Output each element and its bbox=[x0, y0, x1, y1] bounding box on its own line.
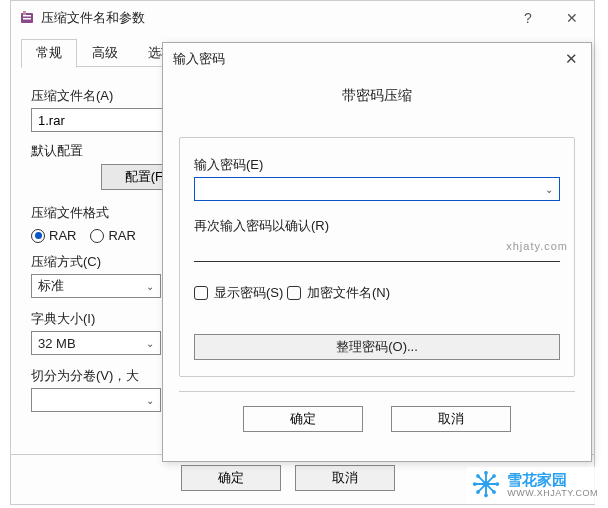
organize-passwords-button[interactable]: 整理密码(O)... bbox=[194, 334, 560, 360]
pwd-titlebar: 输入密码 ✕ bbox=[163, 43, 591, 75]
password-dialog: 输入密码 ✕ 带密码压缩 输入密码(E) ⌄ 再次输入密码以确认(R) 显示密码… bbox=[162, 42, 592, 462]
title-text: 压缩文件名和参数 bbox=[41, 9, 145, 27]
chevron-down-icon: ⌄ bbox=[146, 281, 154, 292]
svg-rect-2 bbox=[23, 15, 31, 17]
chevron-down-icon: ⌄ bbox=[146, 338, 154, 349]
close-button[interactable]: ✕ bbox=[550, 3, 594, 33]
watermark-mid: xhjaty.com bbox=[506, 240, 568, 252]
checkbox-icon bbox=[194, 286, 208, 300]
help-button[interactable]: ? bbox=[506, 3, 550, 33]
enter-pwd-label: 输入密码(E) bbox=[194, 156, 560, 174]
svg-point-16 bbox=[476, 490, 480, 494]
svg-point-15 bbox=[492, 474, 496, 478]
radio-icon bbox=[31, 229, 45, 243]
show-password-checkbox[interactable]: 显示密码(S) bbox=[194, 284, 283, 302]
app-icon bbox=[19, 10, 35, 26]
svg-point-13 bbox=[476, 474, 480, 478]
main-ok-button[interactable]: 确定 bbox=[181, 465, 281, 491]
split-select[interactable]: ⌄ bbox=[31, 388, 161, 412]
tab-advanced[interactable]: 高级 bbox=[77, 39, 133, 67]
format-rar[interactable]: RAR bbox=[31, 228, 76, 243]
pwd-buttons: 确定 取消 bbox=[179, 391, 575, 432]
pwd-close-button[interactable]: ✕ bbox=[551, 45, 591, 73]
svg-point-11 bbox=[473, 482, 477, 486]
snowflake-icon bbox=[471, 469, 501, 502]
svg-rect-1 bbox=[23, 11, 26, 15]
pwd-body: 带密码压缩 输入密码(E) ⌄ 再次输入密码以确认(R) 显示密码(S) 加密文… bbox=[163, 75, 591, 440]
pwd-headline: 带密码压缩 bbox=[179, 75, 575, 129]
checkbox-icon bbox=[287, 286, 301, 300]
dict-select[interactable]: 32 MB⌄ bbox=[31, 331, 161, 355]
svg-rect-3 bbox=[23, 18, 31, 20]
titlebar: 压缩文件名和参数 ? ✕ bbox=[11, 1, 594, 35]
radio-icon bbox=[90, 229, 104, 243]
pwd-title-text: 输入密码 bbox=[173, 50, 225, 68]
format-rar4[interactable]: RAR bbox=[90, 228, 135, 243]
svg-point-12 bbox=[496, 482, 500, 486]
pwd-cancel-button[interactable]: 取消 bbox=[391, 406, 511, 432]
chevron-down-icon: ⌄ bbox=[545, 184, 553, 195]
method-select[interactable]: 标准⌄ bbox=[31, 274, 161, 298]
encrypt-names-checkbox[interactable]: 加密文件名(N) bbox=[287, 284, 390, 302]
password-confirm-input[interactable] bbox=[194, 238, 560, 262]
watermark: 雪花家园 WWW.XHJATY.COM bbox=[467, 467, 602, 504]
reenter-pwd-label: 再次输入密码以确认(R) bbox=[194, 217, 560, 235]
pwd-fieldset: 输入密码(E) ⌄ 再次输入密码以确认(R) 显示密码(S) 加密文件名(N) … bbox=[179, 137, 575, 377]
main-cancel-button[interactable]: 取消 bbox=[295, 465, 395, 491]
svg-point-10 bbox=[484, 493, 488, 497]
chevron-down-icon: ⌄ bbox=[146, 395, 154, 406]
pwd-ok-button[interactable]: 确定 bbox=[243, 406, 363, 432]
svg-point-9 bbox=[484, 471, 488, 475]
watermark-text: 雪花家园 WWW.XHJATY.COM bbox=[507, 472, 598, 498]
tab-general[interactable]: 常规 bbox=[21, 39, 77, 68]
password-input[interactable]: ⌄ bbox=[194, 177, 560, 201]
title-controls: ? ✕ bbox=[506, 3, 594, 33]
svg-point-14 bbox=[492, 490, 496, 494]
